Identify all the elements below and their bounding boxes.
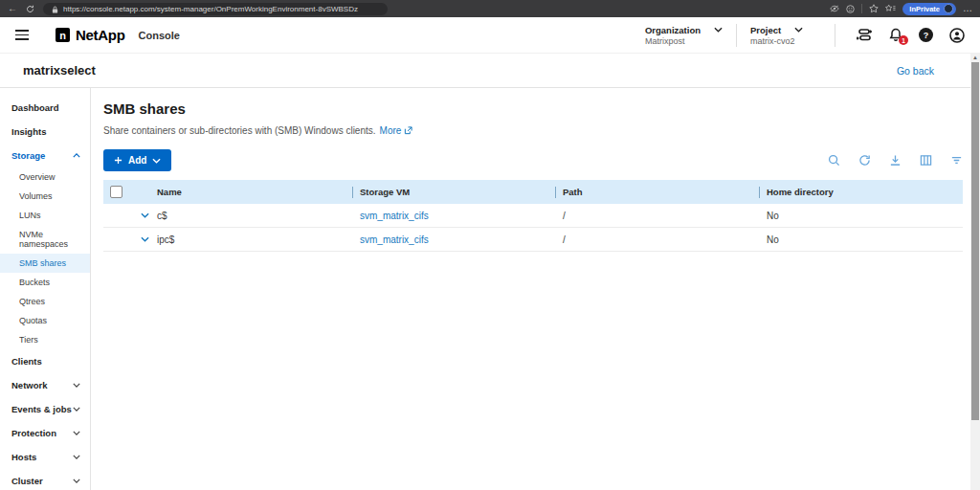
sidebar-nav: Dashboard Insights Storage Overview Volu… [0, 88, 91, 490]
row-expand-chevron-icon[interactable] [132, 212, 157, 218]
netapp-logo-mark-icon: n [56, 28, 70, 42]
scrollbar-thumb[interactable] [971, 62, 979, 420]
organization-picker[interactable]: Organization Matrixpost [645, 25, 723, 46]
share-name: c$ [157, 211, 352, 221]
sidebar-item-events-jobs[interactable]: Events & jobs [0, 397, 90, 421]
browser-back-icon[interactable]: ← [8, 4, 17, 13]
header-divider [736, 24, 737, 47]
sidebar-item-label: Events & jobs [11, 404, 72, 414]
page-scrollbar[interactable]: ▲ [970, 54, 980, 490]
page-description-text: Share containers or sub-directories with… [103, 125, 376, 136]
browser-bar-divider [861, 4, 862, 13]
page-description: Share containers or sub-directories with… [103, 125, 963, 136]
scrollbar-up-arrow[interactable]: ▲ [970, 55, 980, 60]
column-header-home-directory[interactable]: Home directory [759, 187, 963, 197]
share-home-directory: No [759, 211, 963, 221]
address-bar[interactable]: https://console.netapp.com/system-manage… [43, 3, 388, 15]
header-divider [835, 24, 835, 47]
organization-label: Organization [645, 25, 701, 35]
download-icon[interactable] [889, 154, 902, 167]
sidebar-item-dashboard[interactable]: Dashboard [0, 96, 90, 120]
netapp-logo[interactable]: n NetApp [56, 27, 125, 43]
password-eye-off-icon[interactable] [830, 5, 839, 12]
organization-value: Matrixpost [645, 36, 723, 46]
share-path: / [555, 234, 759, 245]
table-row[interactable]: c$ svm_matrix_cifs / No [103, 204, 963, 228]
main-content: SMB shares Share containers or sub-direc… [91, 88, 980, 490]
sidebar-item-buckets[interactable]: Buckets [0, 273, 90, 292]
notifications-bell-icon[interactable]: 1 [889, 28, 902, 42]
notification-badge: 1 [899, 35, 908, 45]
account-icon[interactable] [949, 28, 965, 43]
sidebar-item-network[interactable]: Network [0, 373, 90, 397]
plus-icon [114, 156, 122, 165]
search-icon[interactable] [828, 154, 840, 167]
header-right: Organization Matrixpost Project matrix-c… [645, 24, 965, 47]
collections-star-icon[interactable] [885, 4, 896, 13]
sidebar-item-volumes[interactable]: Volumes [0, 187, 90, 206]
go-back-link[interactable]: Go back [897, 65, 934, 77]
row-expand-chevron-icon[interactable] [132, 236, 157, 242]
chevron-down-icon [73, 431, 80, 435]
product-name: Console [139, 30, 180, 41]
project-label: Project [750, 25, 781, 35]
sidebar-item-label: Hosts [11, 452, 36, 462]
browser-actions: InPrivate … [830, 3, 972, 15]
browser-menu-icon[interactable]: … [963, 4, 972, 13]
sidebar-item-protection[interactable]: Protection [0, 421, 90, 445]
table-header-row: Name Storage VM Path Home directory [103, 180, 963, 204]
feedback-smiley-icon[interactable] [846, 5, 855, 13]
chevron-down-icon [73, 479, 80, 483]
column-header-storage-vm[interactable]: Storage VM [352, 187, 555, 197]
browser-chrome: ← https://console.netapp.com/system-mana… [0, 0, 980, 17]
storage-vm-link[interactable]: svm_matrix_cifs [360, 234, 429, 245]
working-environment-bar: matrixselect Go back [0, 54, 980, 88]
smb-shares-table: Name Storage VM Path Home directory c$ s… [103, 180, 963, 252]
filter-icon[interactable] [950, 154, 963, 167]
sidebar-item-clients[interactable]: Clients [0, 349, 90, 373]
columns-icon[interactable] [920, 154, 932, 167]
browser-refresh-icon[interactable] [26, 5, 34, 13]
share-path: / [555, 211, 759, 221]
sidebar-item-label: Insights [11, 126, 46, 137]
storage-vm-link[interactable]: svm_matrix_cifs [360, 211, 429, 221]
sidebar-item-quotas[interactable]: Quotas [0, 311, 90, 330]
help-icon[interactable]: ? [919, 28, 933, 42]
sidebar-item-smb-shares[interactable]: SMB shares [0, 254, 90, 273]
sidebar-item-label: Clients [11, 356, 42, 367]
project-picker[interactable]: Project matrix-cvo2 [750, 25, 821, 46]
connector-icon[interactable] [857, 28, 873, 42]
refresh-icon[interactable] [858, 154, 871, 167]
sidebar-item-hosts[interactable]: Hosts [0, 445, 90, 469]
table-row[interactable]: ipc$ svm_matrix_cifs / No [103, 228, 963, 252]
chevron-down-icon [73, 383, 80, 388]
sidebar-item-cluster[interactable]: Cluster [0, 469, 90, 490]
sidebar-item-insights[interactable]: Insights [0, 120, 90, 144]
page-title: SMB shares [103, 100, 963, 117]
table-toolbar: Add [103, 149, 963, 171]
chevron-down-icon [73, 407, 80, 412]
browser-profile-avatar [944, 4, 953, 13]
column-header-path[interactable]: Path [555, 187, 759, 197]
share-name: ipc$ [157, 234, 352, 245]
sidebar-item-luns[interactable]: LUNs [0, 206, 90, 225]
sidebar-item-storage[interactable]: Storage [0, 144, 90, 167]
sidebar-item-qtrees[interactable]: Qtrees [0, 292, 90, 311]
sidebar-item-label: Dashboard [11, 102, 59, 113]
column-header-name[interactable]: Name [157, 187, 352, 197]
working-environment-title: matrixselect [23, 63, 96, 78]
sidebar-item-label: Cluster [11, 476, 43, 486]
favorite-star-icon[interactable] [869, 4, 879, 13]
select-all-checkbox[interactable] [110, 186, 122, 198]
sidebar-item-label: Network [11, 380, 47, 390]
chevron-down-icon [73, 455, 80, 459]
lock-icon [52, 0, 58, 17]
add-button[interactable]: Add [103, 149, 171, 171]
sidebar-item-tiers[interactable]: Tiers [0, 330, 90, 349]
url-text: https://console.netapp.com/system-manage… [63, 5, 358, 13]
inprivate-badge[interactable]: InPrivate [902, 3, 956, 15]
sidebar-item-nvme-namespaces[interactable]: NVMe namespaces [0, 225, 90, 254]
sidebar-item-overview[interactable]: Overview [0, 167, 90, 187]
hamburger-menu-icon[interactable] [15, 30, 29, 40]
more-link[interactable]: More [380, 125, 413, 136]
